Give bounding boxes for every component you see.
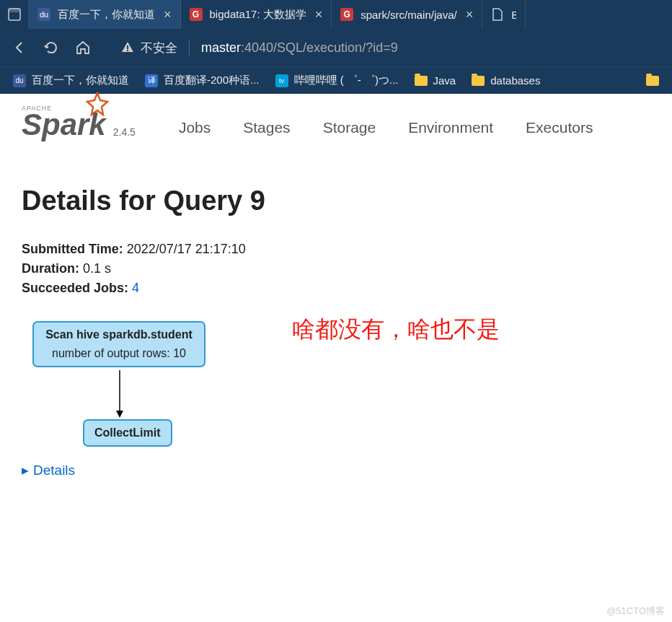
folder-icon [472, 76, 485, 86]
browser-tab-3[interactable]: B [482, 0, 526, 29]
spark-version: 2.4.5 [113, 126, 136, 138]
dag-node-detail: number of output rows: 10 [43, 347, 195, 360]
bookmark-favicon-icon: 译 [145, 74, 158, 87]
url-host: master [201, 40, 241, 55]
tab-title: B [511, 9, 516, 21]
nav-stages[interactable]: Stages [243, 119, 290, 136]
bookmark-label: 百度翻译-200种语... [164, 74, 260, 87]
tab-title: bigdata17: 大数据学 [210, 8, 306, 22]
bookmark-folder[interactable]: databases [472, 74, 540, 87]
detail-label: Succeeded Jobs: [22, 281, 128, 295]
annotation-text: 啥都没有，啥也不是 [292, 314, 500, 346]
svg-rect-2 [127, 45, 128, 49]
warning-icon [120, 40, 135, 55]
spark-nav: Jobs Stages Storage Environment Executor… [179, 119, 593, 136]
close-icon[interactable]: × [315, 7, 323, 22]
tab-favicon-icon [491, 8, 504, 21]
detail-link[interactable]: 4 [132, 281, 139, 295]
tab-favicon-icon: G [190, 8, 203, 21]
svg-rect-3 [127, 50, 128, 51]
detail-succeeded: Succeeded Jobs: 4 [22, 281, 650, 296]
detail-label: Submitted Time: [22, 242, 123, 256]
folder-icon [415, 76, 428, 86]
nav-storage[interactable]: Storage [323, 119, 376, 136]
browser-tab-0[interactable]: du 百度一下，你就知道 × [29, 0, 181, 29]
page-title: Details for Query 9 [22, 185, 650, 216]
bookmarks-bar: du 百度一下，你就知道 译 百度翻译-200种语... tv 哔哩哔哩 ( ゜… [0, 66, 672, 94]
security-label: 不安全 [141, 40, 177, 56]
detail-label: Duration: [22, 261, 79, 276]
bookmark-label: databases [490, 74, 540, 87]
url-text: master:4040/SQL/execution/?id=9 [201, 40, 398, 56]
dag-node-title: Scan hive sparkdb.student [43, 328, 195, 341]
security-badge: 不安全 [120, 40, 190, 56]
bookmark-label: 百度一下，你就知道 [32, 74, 129, 87]
details-toggle[interactable]: ▸ Details [22, 462, 650, 478]
folder-icon [646, 76, 659, 86]
nav-jobs[interactable]: Jobs [179, 119, 211, 136]
bookmark-item[interactable]: du 百度一下，你就知道 [13, 74, 129, 87]
home-icon[interactable] [74, 39, 92, 56]
close-icon[interactable]: × [466, 7, 474, 22]
detail-value: 2022/07/17 21:17:10 [127, 242, 246, 256]
dag-node-scan[interactable]: Scan hive sparkdb.student number of outp… [32, 321, 205, 367]
bookmark-label: Java [433, 74, 456, 87]
watermark: @51CTO博客 [606, 605, 665, 618]
spark-logo[interactable]: APACHE Spark 2.4.5 [22, 105, 136, 142]
detail-submitted: Submitted Time: 2022/07/17 21:17:10 [22, 242, 650, 257]
spark-content: Details for Query 9 Submitted Time: 2022… [0, 142, 672, 493]
details-toggle-label: Details [33, 463, 75, 478]
spark-logo-text: Spark [22, 108, 106, 142]
triangle-right-icon: ▸ [22, 462, 29, 478]
bookmark-label: 哔哩哔哩 ( ゜- ゜)つ... [294, 74, 399, 87]
bookmark-folder[interactable]: Java [415, 74, 456, 87]
dag-arrow-icon [115, 370, 124, 419]
detail-value: 0.1 s [83, 261, 111, 276]
spark-header: APACHE Spark 2.4.5 Jobs Stages Storage E… [0, 94, 672, 142]
browser-tab-1[interactable]: G bigdata17: 大数据学 × [181, 0, 332, 29]
dag-node-title: CollectLimit [94, 426, 161, 439]
refresh-icon[interactable] [43, 39, 60, 56]
bookmark-favicon-icon: tv [275, 74, 288, 87]
tab-title: 百度一下，你就知道 [58, 8, 155, 22]
tab-favicon-icon: G [340, 8, 353, 21]
svg-rect-1 [9, 9, 20, 12]
back-icon[interactable] [11, 39, 28, 56]
nav-executors[interactable]: Executors [526, 119, 593, 136]
browser-tab-2[interactable]: G spark/src/main/java/ × [332, 0, 482, 29]
bookmark-favicon-icon: du [13, 74, 26, 87]
tab-favicon-icon: du [37, 8, 50, 21]
detail-duration: Duration: 0.1 s [22, 261, 650, 276]
bookmark-folder[interactable] [646, 76, 659, 86]
browser-tabs: du 百度一下，你就知道 × G bigdata17: 大数据学 × G spa… [0, 0, 672, 29]
bookmark-item[interactable]: tv 哔哩哔哩 ( ゜- ゜)つ... [275, 74, 399, 87]
bookmark-item[interactable]: 译 百度翻译-200种语... [145, 74, 260, 87]
browser-nav-bar: 不安全 master:4040/SQL/execution/?id=9 [0, 29, 672, 66]
tab-list-icon[interactable] [0, 0, 29, 29]
address-bar[interactable]: 不安全 master:4040/SQL/execution/?id=9 [120, 40, 661, 56]
close-icon[interactable]: × [164, 7, 172, 22]
tab-title: spark/src/main/java/ [361, 9, 456, 21]
url-path: :4040/SQL/execution/?id=9 [241, 40, 398, 55]
nav-environment[interactable]: Environment [408, 119, 493, 136]
dag-node-collect[interactable]: CollectLimit [83, 419, 172, 447]
